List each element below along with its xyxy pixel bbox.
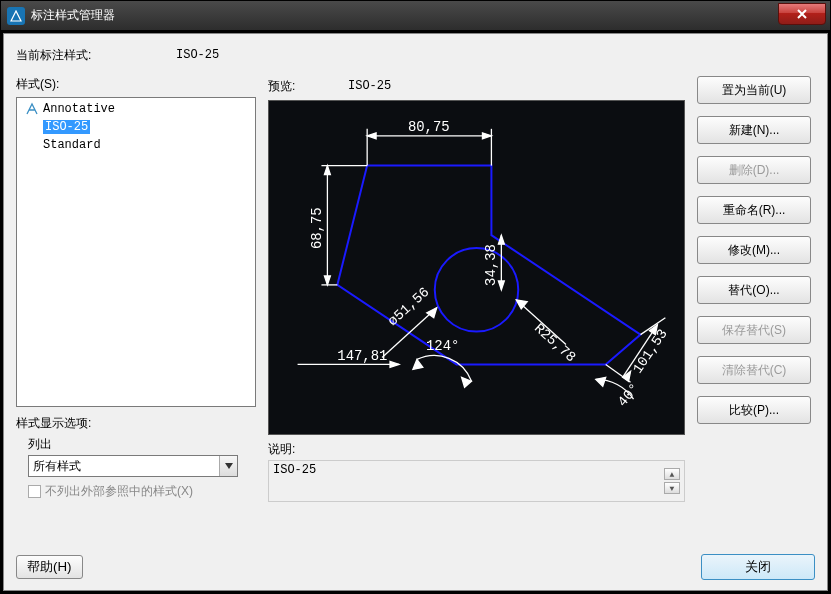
checkbox-icon: [28, 485, 41, 498]
modify-button[interactable]: 修改(M)...: [697, 236, 811, 264]
rename-button[interactable]: 重命名(R)...: [697, 196, 811, 224]
svg-text:101,53: 101,53: [629, 326, 670, 376]
set-current-button[interactable]: 置为当前(U): [697, 76, 811, 104]
list-item-label: Standard: [43, 138, 101, 152]
svg-text:147,81: 147,81: [337, 348, 387, 364]
description-box: ISO-25 ▲ ▼: [268, 460, 685, 502]
app-icon: [7, 7, 25, 25]
spin-up-icon[interactable]: ▲: [664, 468, 680, 480]
svg-text:68,75: 68,75: [309, 207, 325, 249]
preview-label: 预览:: [268, 78, 348, 95]
description-label: 说明:: [268, 441, 685, 458]
combo-value: 所有样式: [29, 458, 219, 475]
list-item[interactable]: ISO-25: [21, 118, 251, 136]
svg-point-0: [435, 248, 518, 331]
clear-override-button: 清除替代(C): [697, 356, 811, 384]
list-item[interactable]: Standard: [21, 136, 251, 154]
dimension-preview: 80,75 68,75 34,38 101,53 ø51,56 R25,78 1…: [268, 100, 685, 435]
new-button[interactable]: 新建(N)...: [697, 116, 811, 144]
svg-text:124°: 124°: [426, 338, 459, 354]
annotative-icon: [25, 102, 39, 116]
svg-text:ø51,56: ø51,56: [384, 284, 432, 329]
spin-down-icon[interactable]: ▼: [664, 482, 680, 494]
current-style-label: 当前标注样式:: [16, 47, 176, 64]
list-item-label: Annotative: [43, 102, 115, 116]
chevron-down-icon[interactable]: [219, 456, 237, 476]
current-style-value: ISO-25: [176, 48, 219, 62]
list-item[interactable]: Annotative: [21, 100, 251, 118]
close-button[interactable]: 关闭: [701, 554, 815, 580]
compare-button[interactable]: 比较(P)...: [697, 396, 811, 424]
description-text: ISO-25: [273, 463, 316, 499]
close-icon[interactable]: [778, 3, 826, 25]
svg-text:34,38: 34,38: [483, 244, 499, 286]
save-override-button: 保存替代(S): [697, 316, 811, 344]
help-button[interactable]: 帮助(H): [16, 555, 83, 579]
window-title: 标注样式管理器: [31, 7, 115, 24]
list-item-label: ISO-25: [43, 120, 90, 134]
exclude-xref-checkbox: 不列出外部参照中的样式(X): [28, 483, 256, 500]
svg-text:80,75: 80,75: [408, 119, 450, 135]
styles-label: 样式(S):: [16, 76, 256, 93]
delete-button: 删除(D)...: [697, 156, 811, 184]
styles-listbox[interactable]: Annotative ISO-25 Standard: [16, 97, 256, 407]
list-filter-combo[interactable]: 所有样式: [28, 455, 238, 477]
svg-text:R25,78: R25,78: [531, 320, 579, 365]
override-button[interactable]: 替代(O)...: [697, 276, 811, 304]
checkbox-label: 不列出外部参照中的样式(X): [45, 483, 193, 500]
preview-style-name: ISO-25: [348, 79, 391, 93]
list-out-label: 列出: [28, 436, 256, 453]
display-options-label: 样式显示选项:: [16, 415, 256, 432]
